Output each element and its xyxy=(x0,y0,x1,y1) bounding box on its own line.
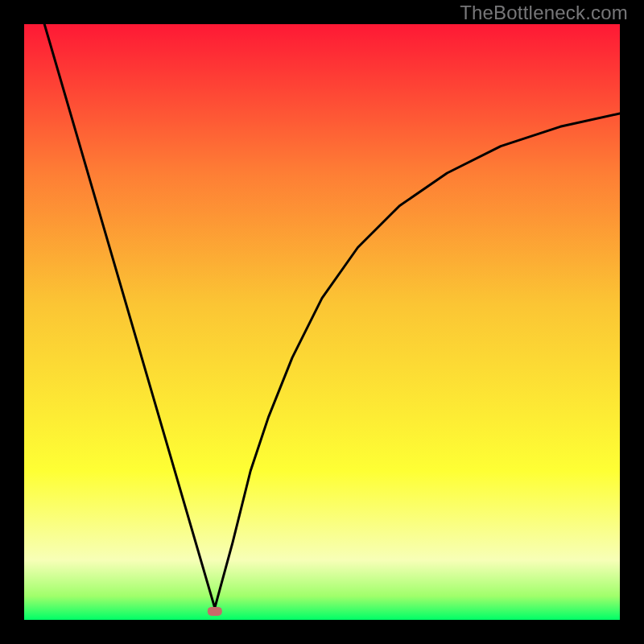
chart-svg xyxy=(24,24,620,620)
watermark-text: TheBottleneck.com xyxy=(460,2,628,24)
chart-container: TheBottleneck.com xyxy=(0,0,644,644)
gradient-background xyxy=(24,24,620,620)
valley-marker xyxy=(208,607,222,616)
plot-area xyxy=(24,24,620,620)
